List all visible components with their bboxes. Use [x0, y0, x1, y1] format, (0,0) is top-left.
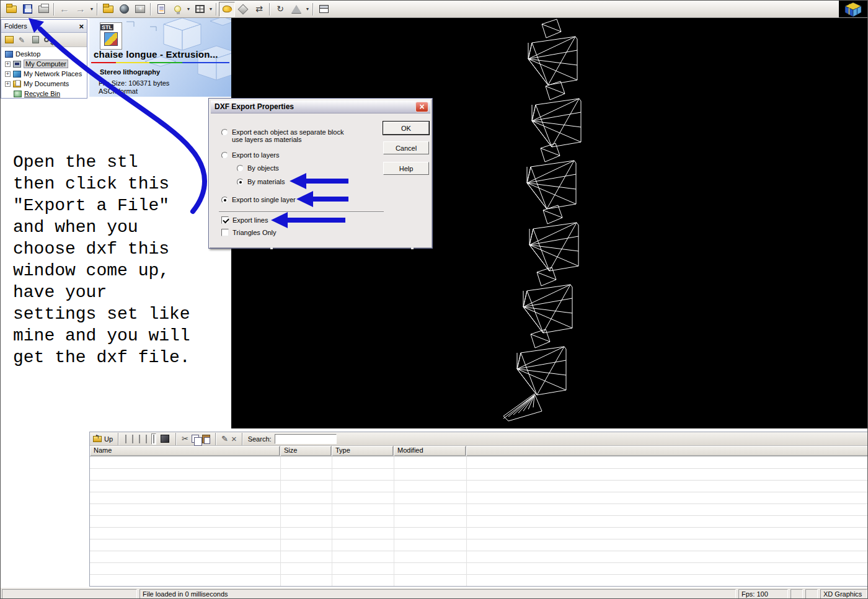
dialog-titlebar[interactable]: DXF Export Properties × — [211, 100, 430, 113]
tree-label: Recycle Bin — [24, 90, 60, 97]
cancel-button[interactable]: Cancel — [383, 141, 429, 154]
toolbar-separator — [97, 3, 98, 16]
dialog-resize-handle[interactable] — [411, 247, 414, 249]
column-header-modified[interactable]: Modified — [394, 446, 466, 456]
close-icon[interactable]: × — [79, 23, 84, 30]
export-file-button[interactable] — [19, 2, 35, 17]
archive-button[interactable] — [132, 2, 148, 17]
back-icon: ← — [60, 4, 69, 14]
object-mode-button[interactable] — [219, 2, 235, 17]
close-icon[interactable]: × — [415, 102, 428, 112]
properties-icon — [157, 4, 165, 14]
delete-button[interactable]: × — [231, 435, 237, 443]
spotlight-dropdown[interactable]: ▼ — [304, 7, 311, 11]
tree-label: My Network Places — [24, 70, 82, 78]
tree-item-my-computer[interactable]: + My Computer — [5, 59, 87, 69]
radio-label: By objects — [247, 164, 279, 172]
window-icon — [319, 5, 329, 13]
column-header-name[interactable]: Name — [90, 446, 280, 456]
search-icon[interactable] — [44, 37, 49, 42]
folders-panel: Folders × Desktop + My Computer + My Net… — [1, 19, 87, 99]
back-button[interactable]: ← — [56, 2, 73, 17]
column-header-size[interactable]: Size — [280, 446, 332, 456]
ok-button[interactable]: OK — [383, 122, 429, 135]
forward-dropdown[interactable]: ▼ — [89, 7, 95, 11]
search-input[interactable] — [275, 434, 337, 444]
status-renderer: XD Graphics — [820, 589, 867, 599]
up-label: Up — [104, 435, 113, 443]
status-fps: Fps: 100 — [738, 589, 788, 599]
radio-export-to-layers[interactable]: Export to layers — [221, 151, 279, 159]
desktop-icon — [5, 51, 13, 58]
grid-button[interactable] — [192, 2, 208, 17]
folders-panel-titlebar[interactable]: Folders × — [1, 20, 87, 33]
app-cube-logo — [839, 1, 867, 17]
column-gridline — [332, 457, 332, 586]
expand-icon[interactable]: + — [5, 61, 11, 67]
rename-button[interactable]: ✎ — [221, 435, 228, 443]
tree-item-my-documents[interactable]: + My Documents — [5, 79, 87, 89]
rename-icon[interactable] — [19, 36, 27, 43]
radio-export-single-layer[interactable]: Export to single layer — [221, 196, 296, 203]
column-gridline — [466, 457, 467, 586]
light-dropdown[interactable]: ▼ — [185, 7, 192, 11]
expand-icon[interactable]: + — [5, 81, 11, 87]
view-list-button[interactable] — [138, 434, 141, 444]
radio-by-objects[interactable]: By objects — [237, 164, 279, 172]
paste-icon[interactable] — [202, 435, 210, 443]
copy-icon[interactable] — [192, 435, 199, 443]
open-file-button[interactable] — [3, 2, 19, 17]
properties-button[interactable] — [153, 2, 169, 17]
swap-button[interactable]: ⇄ — [251, 2, 267, 17]
radio-icon — [221, 152, 228, 159]
cut-button[interactable]: ✂ — [182, 435, 188, 443]
view-small-icons-button[interactable] — [131, 434, 135, 444]
tree-item-my-network-places[interactable]: + My Network Places — [5, 69, 87, 79]
spotlight-button[interactable] — [288, 2, 304, 17]
material-mode-button[interactable] — [235, 2, 251, 17]
delete-icon[interactable] — [32, 36, 39, 43]
checkbox-triangles-only[interactable]: Triangles Only — [221, 229, 277, 236]
view-details-button[interactable] — [144, 434, 148, 444]
light-button[interactable] — [169, 2, 185, 17]
checkbox-icon — [221, 229, 229, 236]
new-folder-icon[interactable] — [5, 36, 14, 43]
computer-icon — [13, 61, 21, 68]
view-small-icons — [132, 435, 133, 443]
view-large-icons-button[interactable] — [124, 434, 128, 444]
search-label: Search: — [248, 435, 272, 443]
radio-label: Export each object as separate blockuse … — [232, 128, 343, 143]
help-button[interactable]: Help — [383, 162, 429, 175]
refresh-button[interactable]: ↻ — [272, 2, 288, 17]
toolbar-separator — [150, 3, 151, 16]
dialog-resize-handle[interactable] — [270, 247, 273, 249]
status-cell-empty — [805, 589, 818, 599]
print-button[interactable] — [35, 2, 51, 17]
tree-item-desktop[interactable]: Desktop — [5, 49, 87, 59]
column-gridline — [280, 457, 281, 586]
radio-export-separate-block[interactable]: Export each object as separate blockuse … — [221, 128, 370, 143]
solid-view-button[interactable] — [159, 433, 170, 444]
toolbar-separator — [175, 433, 177, 445]
expand-icon[interactable]: + — [5, 71, 11, 77]
file-list-empty-area — [90, 457, 868, 586]
folders-button[interactable] — [100, 2, 116, 17]
grid-dropdown[interactable]: ▼ — [208, 7, 214, 11]
save-file-icon — [23, 4, 32, 14]
column-header-type[interactable]: Type — [332, 446, 394, 456]
history-button[interactable] — [116, 2, 132, 17]
forward-button[interactable]: → — [73, 2, 89, 17]
view-columns-icon — [153, 435, 154, 443]
up-button[interactable]: Up — [93, 435, 113, 443]
toolbar-separator — [118, 433, 119, 445]
stl-file-icon-large: STL — [100, 22, 122, 50]
status-bar: File loaded in 0 milliseconds Fps: 100 X… — [1, 587, 868, 599]
checkbox-export-lines[interactable]: Export lines — [221, 216, 268, 224]
radio-by-materials[interactable]: By materials — [237, 178, 285, 185]
tree-item-recycle-bin[interactable]: Recycle Bin — [5, 89, 87, 99]
history-sphere-icon — [120, 4, 129, 14]
radio-icon — [237, 165, 244, 172]
radio-icon — [221, 129, 228, 136]
window-button[interactable] — [316, 2, 332, 17]
view-columns-button[interactable] — [151, 433, 156, 445]
